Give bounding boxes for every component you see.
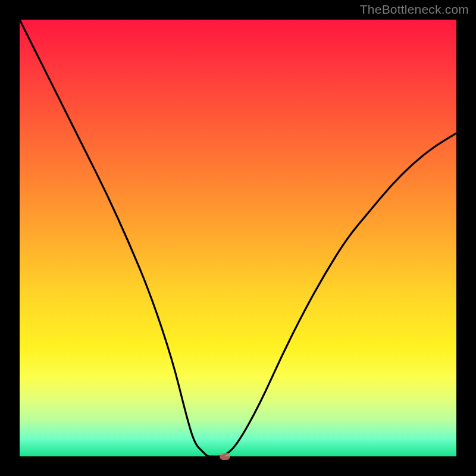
outer-black-frame: TheBottleneck.com — [0, 0, 476, 476]
bottleneck-curve — [20, 20, 456, 456]
curve-line — [20, 20, 456, 456]
watermark-text: TheBottleneck.com — [360, 2, 469, 17]
optimal-point-marker — [220, 453, 230, 460]
chart-plot-area — [20, 20, 456, 456]
